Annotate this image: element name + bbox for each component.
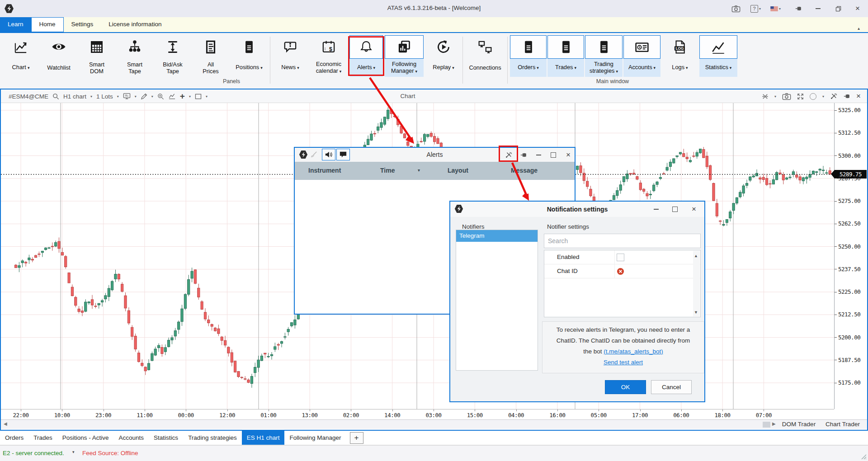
alerts-window-maximize-button[interactable] — [549, 151, 558, 159]
bottom-tab-positions-active[interactable]: Positions - Active — [57, 431, 114, 445]
collapse-ribbon-button[interactable]: ▴ — [858, 26, 860, 31]
dialog-maximize-button[interactable] — [670, 205, 679, 213]
drawing-tools-icon[interactable] — [141, 93, 147, 100]
scroll-right-icon[interactable]: ▶ — [772, 421, 776, 426]
dialog-close-button[interactable]: × — [689, 205, 698, 213]
property-row-chat-id[interactable]: Chat ID — [544, 264, 700, 278]
alerts-window-settings-button[interactable] — [504, 151, 513, 159]
ribbon-tab-license-information[interactable]: License information — [101, 17, 169, 32]
bottom-tab-following-manager[interactable]: Following Manager — [284, 431, 346, 445]
timeframe-selector[interactable]: H1 chart — [63, 93, 86, 100]
panel-close-icon[interactable]: × — [856, 92, 861, 101]
ribbon-button-replay[interactable]: Replay▾ — [425, 35, 462, 77]
ribbon-group-divider — [507, 37, 508, 84]
dialog-minimize-button[interactable] — [651, 205, 660, 213]
connection-dropdown-icon[interactable]: ▾ — [72, 450, 75, 454]
ribbon-button-alerts[interactable]: Alerts▾ — [349, 35, 383, 77]
ribbon-button-positions[interactable]: Positions▾ — [230, 35, 269, 77]
display-mode-icon[interactable] — [123, 93, 131, 100]
alerts-column-time[interactable]: Time — [380, 167, 395, 174]
ribbon-button-watchlist[interactable]: Watchlist — [40, 35, 78, 77]
scroll-down-icon[interactable]: ▼ — [694, 310, 698, 315]
panel-screenshot-icon[interactable] — [782, 93, 791, 100]
price-axis[interactable]: 5289.75 5325.005312.505300.005287.505275… — [834, 103, 867, 409]
add-indicator-icon[interactable]: + — [180, 92, 185, 100]
alerts-column-instrument[interactable]: Instrument — [308, 167, 341, 174]
layout-icon[interactable] — [195, 94, 202, 99]
alerts-window-minimize-button[interactable] — [534, 151, 543, 159]
ribbon-tab-home[interactable]: Home — [31, 17, 64, 32]
search-icon[interactable] — [52, 93, 59, 100]
dom-trader-button[interactable]: DOM Trader — [779, 420, 818, 429]
ribbon-button-news[interactable]: News▾ — [271, 35, 309, 77]
bottom-tab-statistics[interactable]: Statistics — [149, 431, 183, 445]
ribbon-button-logs[interactable]: LOGLogs▾ — [661, 35, 699, 77]
collapse-panel-icon[interactable] — [762, 93, 769, 100]
notifier-item-telegram[interactable]: Telegram — [456, 230, 538, 242]
alerts-window-titlebar: Alerts × — [295, 148, 575, 162]
ribbon-button-connections[interactable]: Connections — [464, 35, 506, 77]
help-button[interactable]: ?▾ — [750, 4, 761, 14]
add-tab-button[interactable]: + — [350, 432, 363, 444]
ribbon-button-label: Orders▾ — [510, 59, 547, 77]
bottom-tab-es-h1-chart[interactable]: ES H1 chart — [242, 431, 285, 445]
ribbon-tab-row: LearnHomeSettingsLicense information — [0, 17, 868, 33]
bottom-tab-accounts[interactable]: Accounts — [114, 431, 149, 445]
bottom-tab-trades[interactable]: Trades — [28, 431, 57, 445]
panel-pin-icon[interactable] — [843, 93, 850, 100]
time-axis[interactable]: 22:0010:0023:0011:0000:0012:0001:0013:00… — [1, 409, 834, 420]
ribbon-button-smart-tape[interactable]: SmartTape — [116, 35, 154, 77]
time-tick-label: 23:00 — [93, 412, 114, 419]
pin-window-button[interactable] — [795, 4, 802, 14]
resize-grip[interactable] — [860, 453, 867, 460]
scrollbar-thumb[interactable] — [763, 422, 770, 428]
alerts-window-pin-button[interactable] — [519, 151, 528, 159]
chart-trader-button[interactable]: Chart Trader — [822, 420, 863, 429]
instrument-selector[interactable]: #ESM4@CME — [9, 93, 48, 100]
ribbon-button-all-prices[interactable]: AllPrices — [192, 35, 230, 77]
economic-calendar-icon: $ — [310, 35, 348, 59]
chart-scrollbar-row: ◀ ▶ DOM Trader Chart Trader — [1, 419, 867, 429]
language-selector[interactable]: ▾ — [770, 4, 781, 14]
ribbon-button-bid-ask-tape[interactable]: Bid/AskTape — [154, 35, 192, 77]
scroll-left-icon[interactable]: ◀ — [4, 421, 7, 426]
cancel-button[interactable]: Cancel — [651, 380, 692, 394]
time-tick-mark — [227, 409, 228, 411]
indicators-icon[interactable] — [168, 93, 176, 100]
search-input[interactable] — [544, 234, 701, 248]
restore-button[interactable] — [835, 4, 841, 14]
bottom-tab-trading-strategies[interactable]: Trading strategies — [183, 431, 242, 445]
alerts-window-close-button[interactable]: × — [564, 151, 573, 159]
zoom-in-icon[interactable] — [157, 93, 164, 100]
ribbon-tab-learn[interactable]: Learn — [0, 17, 31, 32]
ribbon-button-trading-strategies[interactable]: Tradingstrategies▾ — [585, 35, 623, 77]
send-test-alert-link[interactable]: Send test alert — [604, 359, 643, 366]
property-row-enabled[interactable]: Enabled — [544, 250, 700, 264]
enabled-checkbox[interactable] — [617, 254, 624, 261]
telegram-bot-link[interactable]: (t.me/atas_alerts_bot) — [604, 348, 663, 355]
close-button[interactable]: × — [855, 4, 860, 14]
screenshot-button[interactable] — [731, 4, 741, 14]
ribbon-button-trades[interactable]: Trades▾ — [547, 35, 585, 77]
panel-settings-icon[interactable] — [830, 93, 837, 100]
ribbon-button-smart-dom[interactable]: SmartDOM — [78, 35, 116, 77]
ok-button[interactable]: OK — [605, 380, 646, 394]
record-icon[interactable] — [810, 93, 816, 100]
ribbon-button-economic-calendar[interactable]: $Economiccalendar▾ — [309, 35, 348, 77]
alerts-column-layout[interactable]: Layout — [448, 167, 468, 174]
ribbon-button-following-manager[interactable]: FollowingManager▾ — [384, 35, 424, 77]
scroll-up-icon[interactable]: ▲ — [694, 254, 698, 258]
bottom-tab-orders[interactable]: Orders — [0, 431, 28, 445]
fullscreen-icon[interactable] — [797, 93, 804, 100]
minimize-button[interactable] — [816, 4, 821, 14]
ribbon-button-chart[interactable]: Chart▾ — [2, 35, 40, 77]
ribbon-tab-settings[interactable]: Settings — [64, 17, 101, 32]
alerts-column-message[interactable]: Message — [511, 167, 538, 174]
ribbon-button-orders[interactable]: Orders▾ — [509, 35, 547, 77]
ribbon-button-statistics[interactable]: Statistics▾ — [699, 35, 738, 77]
time-tick-mark — [351, 409, 351, 411]
time-filter-dropdown-icon[interactable]: ▾ — [418, 168, 420, 173]
ribbon-button-accounts[interactable]: Accounts▾ — [623, 35, 661, 77]
property-grid-scrollbar[interactable]: ▲ ▼ — [693, 251, 700, 316]
lots-selector[interactable]: 1 Lots — [96, 93, 113, 100]
